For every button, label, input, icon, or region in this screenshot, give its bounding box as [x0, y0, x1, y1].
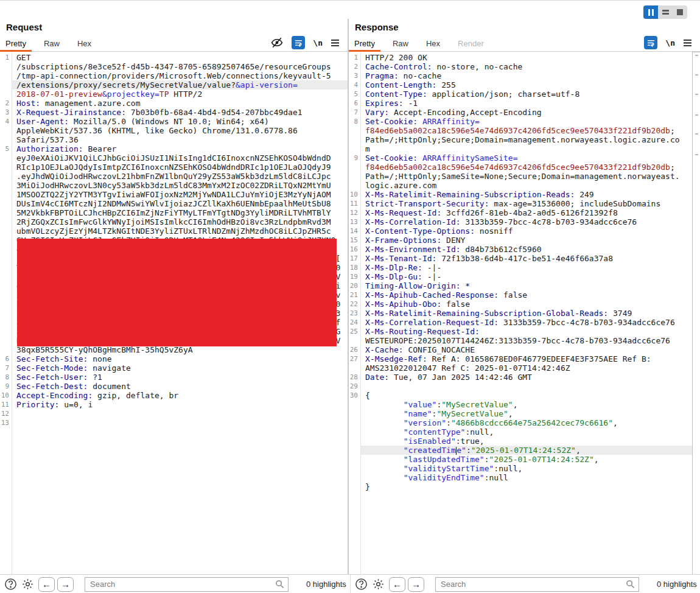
- code-row[interactable]: eyJ0eXAiOiJKV1QiLCJhbGciOiJSUzI1NiIsIng1…: [0, 153, 348, 163]
- code-row[interactable]: m: [349, 144, 692, 153]
- code-row[interactable]: 6Expires: -1: [349, 99, 692, 108]
- code-row[interactable]: 2Host: management.azure.com: [0, 99, 348, 108]
- search-prev-button[interactable]: ←: [38, 577, 55, 592]
- code-row[interactable]: 27X-Msedge-Ref: Ref A: 01658678ED0F46779…: [349, 354, 692, 363]
- code-row[interactable]: AMS231022012047 Ref C: 2025-01-07T14:42:…: [349, 363, 692, 373]
- code-row[interactable]: 25X-Ms-Routing-Request-Id:: [349, 327, 692, 336]
- settings-gear-icon[interactable]: [21, 578, 34, 591]
- code-row[interactable]: 8Sec-Fetch-User: ?1: [0, 373, 348, 382]
- code-row[interactable]: 7Sec-Fetch-Mode: navigate: [0, 363, 348, 373]
- code-row[interactable]: 1GET: [0, 53, 348, 62]
- tab-pretty[interactable]: Pretty: [349, 36, 380, 51]
- code-row[interactable]: 10Accept-Encoding: gzip, deflate, br: [0, 391, 348, 400]
- code-row[interactable]: DUsImV4cCI6MTczNjI2NDMwNSwiYWlvIjoiazJCZ…: [0, 199, 348, 208]
- code-row[interactable]: }: [349, 482, 692, 491]
- scrollbar-markers[interactable]: [692, 52, 700, 574]
- code-row[interactable]: 38qxB5R555CY-yQhOBgHmcBMhI-35hQ5vZ6yA: [0, 345, 348, 354]
- code-row[interactable]: 8Set-Cookie: ARRAffinity=: [349, 117, 692, 126]
- code-row[interactable]: 18X-Ms-Dlp-Re: -|-: [349, 263, 692, 272]
- code-row[interactable]: 12: [0, 409, 348, 418]
- code-row[interactable]: "version":"4866b8cdcc664e75a25642cec79c6…: [349, 418, 692, 427]
- code-row[interactable]: "createdTime":"2025-01-07T14:24:52Z",: [349, 446, 692, 455]
- word-wrap-icon[interactable]: [292, 36, 305, 49]
- code-row[interactable]: 5M2VkbkFBPTOiLCJhcHBpZCI6ImZjNzFiYTMyLTF…: [0, 208, 348, 217]
- layout-columns-button[interactable]: [643, 5, 658, 19]
- code-row[interactable]: 2Cache-Control: no-store, no-cache: [349, 62, 692, 71]
- code-row[interactable]: 29: [349, 382, 692, 391]
- code-row[interactable]: "lastUpdatedTime":"2025-01-07T14:24:52Z"…: [349, 455, 692, 464]
- layout-rows-button[interactable]: [658, 5, 673, 19]
- search-next-button[interactable]: →: [408, 577, 424, 592]
- editor-menu-icon[interactable]: [331, 39, 340, 47]
- code-row[interactable]: 24X-Ms-Correlation-Request-Id: 3133b359-…: [349, 318, 692, 327]
- code-row[interactable]: 12X-Ms-Request-Id: 3cffd26f-81eb-4ba2-a0…: [349, 208, 692, 217]
- code-row[interactable]: 11Priority: u=0, i: [0, 400, 348, 409]
- code-row[interactable]: RIc1p1OEJLaOJQdyIsImtpZCI6InoxcnNZSEhKOS…: [0, 163, 348, 172]
- code-row[interactable]: 5Content-Type: application/json; charset…: [349, 89, 692, 99]
- code-row[interactable]: "name":"MySecretValue",: [349, 409, 692, 418]
- code-row[interactable]: 3MiOiJodHRwczovL3N0cy53aW5kb3dzLm5ldC83M…: [0, 181, 348, 190]
- code-row[interactable]: "contentType":null,: [349, 427, 692, 437]
- code-row[interactable]: f84ed6eb5a002ca18c596e54e74d6937c4206fd5…: [349, 126, 692, 135]
- code-row[interactable]: Path=/;HttpOnly;Secure;Domain=management…: [349, 135, 692, 144]
- code-row[interactable]: f84ed6eb5a002ca18c596e54e74d6937c4206fd5…: [349, 163, 692, 172]
- request-search-input[interactable]: [85, 577, 289, 592]
- code-row[interactable]: logic.azure.com: [349, 181, 692, 190]
- code-row[interactable]: 4Content-Length: 255: [349, 80, 692, 89]
- code-row[interactable]: 14X-Content-Type-Options: nosniff: [349, 226, 692, 236]
- code-row[interactable]: 2RjZGQxZCIsImFwcGlkYWNyIjoiMSIsImlkcCI6I…: [0, 217, 348, 226]
- tab-hex[interactable]: Hex: [421, 36, 446, 51]
- code-row[interactable]: /extensions/proxy/secrets/MySecretValue/…: [0, 80, 348, 89]
- help-icon[interactable]: [355, 578, 368, 591]
- code-row[interactable]: 10X-Ms-Ratelimit-Remaining-Subscription-…: [349, 190, 692, 199]
- response-search-input[interactable]: [435, 577, 639, 592]
- code-row[interactable]: 13: [0, 418, 348, 427]
- tab-raw[interactable]: Raw: [387, 36, 414, 51]
- code-row[interactable]: WESTEUROPE:20250107T144246Z:3133b359-7bc…: [349, 336, 692, 345]
- response-editor[interactable]: 1HTTP/2 200 OK2Cache-Control: no-store, …: [349, 52, 692, 574]
- code-row[interactable]: 11Strict-Transport-Security: max-age=315…: [349, 199, 692, 208]
- code-row[interactable]: "validityEndTime":null: [349, 473, 692, 482]
- code-row[interactable]: 30{: [349, 391, 692, 400]
- code-row[interactable]: 7Vary: Accept-Encoding,Accept-Encoding: [349, 108, 692, 117]
- code-row[interactable]: "value":"MySecretValue",: [349, 400, 692, 409]
- code-row[interactable]: 5Authorization: Bearer: [0, 144, 348, 153]
- code-row[interactable]: 20Timing-Allow-Origin: *: [349, 281, 692, 290]
- hide-matches-eye-icon[interactable]: [270, 36, 284, 49]
- code-row[interactable]: 1MSOOZTQ2ZjY2YTM3YTgvIiwiaWFOIjoxNzM2MjY…: [0, 190, 348, 199]
- code-row[interactable]: 3Pragma: no-cache: [349, 71, 692, 80]
- code-row[interactable]: 22X-Ms-Apihub-Obo: false: [349, 300, 692, 309]
- code-row[interactable]: .eyJhdWQiOiJodHRwczovL21hbmFnZW1lbnQuY29…: [0, 172, 348, 181]
- code-row[interactable]: 17X-Ms-Tenant-Id: 72f13b38-6d4b-417c-be5…: [349, 254, 692, 263]
- code-row[interactable]: 3X-Request-Jirainstance: 7b03b0fb-68a4-4…: [0, 108, 348, 117]
- code-row[interactable]: 4User-Agent: Mozilla/5.0 (Windows NT 10.…: [0, 117, 348, 126]
- word-wrap-icon[interactable]: [644, 36, 657, 49]
- code-row[interactable]: Path=/;HttpOnly;SameSite=None;Secure;Dom…: [349, 172, 692, 181]
- code-row[interactable]: /subscriptions/8e3ce52f-d45b-4347-8705-6…: [0, 62, 348, 71]
- code-row[interactable]: 9Sec-Fetch-Dest: document: [0, 382, 348, 391]
- code-row[interactable]: ubmVOLzcyZjEzYjM4LTZkNGItNDE3YyliZTUxLTR…: [0, 226, 348, 236]
- request-editor[interactable]: 1GET/subscriptions/8e3ce52f-d45b-4347-87…: [0, 52, 348, 574]
- code-row[interactable]: 9Set-Cookie: ARRAffinitySameSite=: [349, 153, 692, 163]
- code-row[interactable]: Safari/537.36: [0, 135, 348, 144]
- code-row[interactable]: 6Sec-Fetch-Site: none: [0, 354, 348, 363]
- code-row[interactable]: 19X-Ms-Dlp-Gu: -|-: [349, 272, 692, 281]
- show-newlines-icon[interactable]: \n: [665, 38, 675, 47]
- code-row[interactable]: 15X-Frame-Options: DENY: [349, 236, 692, 245]
- editor-menu-icon[interactable]: [683, 39, 692, 47]
- layout-single-button[interactable]: [673, 5, 687, 19]
- settings-gear-icon[interactable]: [372, 578, 385, 591]
- code-row[interactable]: /tmp-api-connection/providers/Microsoft.…: [0, 71, 348, 80]
- code-row[interactable]: 28Date: Tue, 07 Jan 2025 14:42:46 GMT: [349, 373, 692, 382]
- tab-pretty[interactable]: Pretty: [0, 36, 32, 51]
- code-row[interactable]: "validityStartTime":null,: [349, 464, 692, 473]
- search-next-button[interactable]: →: [57, 577, 74, 592]
- code-row[interactable]: 26X-Cache: CONFIG_NOCACHE: [349, 345, 692, 354]
- help-icon[interactable]: [4, 578, 17, 591]
- code-row[interactable]: 16X-Ms-Environment-Id: d84b73b612cf5960: [349, 245, 692, 254]
- show-newlines-icon[interactable]: \n: [313, 38, 323, 47]
- code-row[interactable]: 2018-07-01-preview&projectkey=TP HTTP/2: [0, 89, 348, 99]
- code-row[interactable]: 1HTTP/2 200 OK: [349, 53, 692, 62]
- tab-hex[interactable]: Hex: [72, 36, 97, 51]
- code-row[interactable]: AppleWebKit/537.36 (KHTML, like Gecko) C…: [0, 126, 348, 135]
